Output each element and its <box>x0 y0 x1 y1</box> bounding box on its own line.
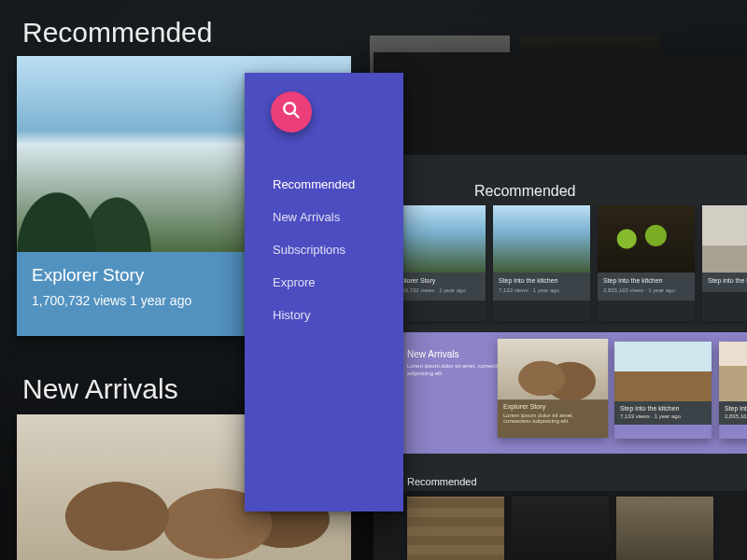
nested-screen: Recommended Explorer Story1,700,732 view… <box>374 52 747 560</box>
video-thumbnail <box>719 342 747 401</box>
sidebar-nav: Recommended New Arrivals Subscriptions E… <box>273 177 355 322</box>
nested-recommended-heading: Recommended <box>474 183 576 200</box>
nested-new-arrivals-heading: New Arrivals <box>407 349 459 359</box>
svg-line-1 <box>294 113 300 119</box>
sidebar-item-new-arrivals[interactable]: New Arrivals <box>273 210 355 224</box>
search-icon <box>281 100 302 124</box>
sidebar-drawer: Recommended New Arrivals Subscriptions E… <box>245 73 403 511</box>
video-title: Explorer Story <box>394 276 480 285</box>
video-meta: 1,700,732 views · 1 year ago <box>394 287 480 294</box>
video-thumbnail <box>702 205 747 273</box>
sidebar-item-recommended[interactable]: Recommended <box>273 177 355 191</box>
video-card[interactable] <box>616 497 713 560</box>
video-title: Step into the kitchen <box>603 276 689 285</box>
video-meta: Lorem ipsum dolor sit amet, consectetu a… <box>503 413 602 424</box>
svg-point-0 <box>284 103 295 114</box>
video-thumbnail <box>598 205 695 273</box>
nested-new-arrivals-row[interactable]: Explorer StoryLorem ipsum dolor sit amet… <box>499 342 747 439</box>
video-thumbnail <box>512 497 609 560</box>
nested-recommended2-heading: Recommended <box>407 476 477 487</box>
sidebar-item-history[interactable]: History <box>273 308 355 322</box>
video-meta: 7,133 views · 1 year ago <box>499 287 585 294</box>
video-title: Step into the kitchen <box>708 276 747 285</box>
video-title: Step into the kitchen <box>725 405 747 412</box>
nested-screen-headerband <box>374 52 747 155</box>
video-card[interactable]: Step into the kitchen <box>702 205 747 321</box>
nested-recommended-row[interactable]: Explorer Story1,700,732 views · 1 year a… <box>388 205 747 321</box>
video-card[interactable] <box>407 497 504 560</box>
video-card[interactable]: Step into the kitchen2,835,163 views · 1… <box>598 205 695 321</box>
video-thumbnail <box>407 497 504 560</box>
section-heading-recommended: Recommended <box>22 17 212 49</box>
video-thumbnail <box>498 339 608 399</box>
video-meta: 7,133 views · 1 year ago <box>620 413 706 419</box>
video-card[interactable]: Step into the kitchen7,133 views · 1 yea… <box>614 342 712 439</box>
video-card[interactable] <box>512 497 609 560</box>
video-card-focused[interactable]: Explorer StoryLorem ipsum dolor sit amet… <box>498 339 608 438</box>
section-heading-new-arrivals: New Arrivals <box>22 373 178 405</box>
video-thumbnail <box>614 342 712 401</box>
nested-new-arrivals-subtext: Lorem ipsum dolor sit amet, consectetu a… <box>407 362 510 378</box>
sidebar-item-explore[interactable]: Exprore <box>273 275 355 289</box>
video-card[interactable]: Step into the kitchen7,133 views · 1 yea… <box>493 205 590 321</box>
search-fab[interactable] <box>271 91 312 133</box>
sidebar-item-subscriptions[interactable]: Subscriptions <box>273 243 355 257</box>
video-meta: 2,835,163 views · 1 year ago <box>725 413 747 419</box>
video-thumbnail <box>493 205 590 273</box>
video-card[interactable]: Step into the kitchen2,835,163 views · 1… <box>719 342 747 439</box>
video-title: Step into the kitchen <box>620 405 706 412</box>
video-title: Explorer Story <box>503 403 602 410</box>
video-thumbnail <box>616 497 713 560</box>
video-title: Step into the kitchen <box>499 276 585 285</box>
nested-recommended2-row[interactable] <box>407 497 747 560</box>
video-meta: 2,835,163 views · 1 year ago <box>603 287 689 294</box>
